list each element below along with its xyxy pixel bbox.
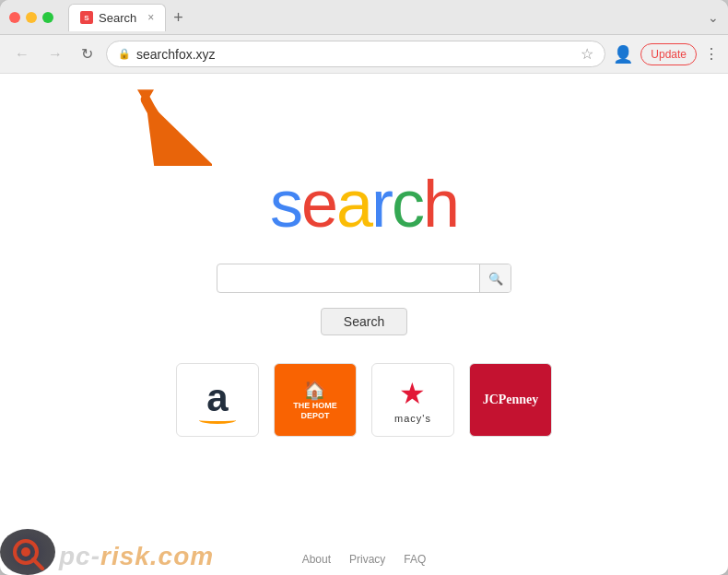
browser-window: S Search × + ⌄ ← → ↻ 🔒 ☆ 👤 Update ⋮ xyxy=(0,0,728,575)
search-icon-button[interactable]: 🔍 xyxy=(479,264,511,293)
shortcut-homedepot[interactable]: 🏠 THE HOME DEPOT xyxy=(274,363,357,437)
logo-e: e xyxy=(301,167,336,241)
jcpenney-logo: JCPenney xyxy=(483,393,539,407)
bookmark-button[interactable]: ☆ xyxy=(581,45,593,63)
arrow-svg xyxy=(129,83,212,166)
toolbar: ← → ↻ 🔒 ☆ 👤 Update ⋮ xyxy=(0,35,728,74)
footer-privacy[interactable]: Privacy xyxy=(349,553,385,566)
tab-favicon: S xyxy=(80,11,93,24)
tab-close-button[interactable]: × xyxy=(147,11,154,24)
minimize-button[interactable] xyxy=(26,12,37,23)
watermark-colored: risk.com xyxy=(100,542,214,570)
active-tab[interactable]: S Search × xyxy=(68,4,166,31)
watermark: pc-risk.com xyxy=(0,529,214,575)
update-button[interactable]: Update xyxy=(640,43,697,65)
footer-about[interactable]: About xyxy=(302,553,331,566)
address-bar[interactable] xyxy=(136,47,575,62)
search-content: search 🔍 Search a 🏠 xyxy=(176,166,552,437)
logo-s: s xyxy=(270,167,301,241)
window-controls xyxy=(9,12,53,23)
tab-title: Search xyxy=(99,11,136,25)
watermark-text: pc-risk.com xyxy=(59,542,214,571)
shortcut-jcpenney[interactable]: JCPenney xyxy=(469,363,552,437)
title-bar: S Search × + ⌄ xyxy=(0,0,728,35)
menu-button[interactable]: ⋮ xyxy=(704,45,719,63)
forward-button[interactable]: → xyxy=(42,42,68,66)
macys-logo: ★ macy's xyxy=(394,376,431,424)
close-button[interactable] xyxy=(9,12,20,23)
shortcut-amazon[interactable]: a xyxy=(176,363,259,437)
logo-c: c xyxy=(392,167,423,241)
tab-area: S Search × + xyxy=(68,4,700,31)
maximize-button[interactable] xyxy=(42,12,53,23)
footer-faq[interactable]: FAQ xyxy=(404,553,426,566)
arrow-indicator xyxy=(129,83,212,170)
svg-line-4 xyxy=(33,559,42,569)
macys-text: macy's xyxy=(394,413,431,424)
shortcuts-row: a 🏠 THE HOME DEPOT ★ macy' xyxy=(176,363,552,437)
chevron-button[interactable]: ⌄ xyxy=(708,10,719,25)
lock-icon: 🔒 xyxy=(118,48,131,60)
logo-h: h xyxy=(423,167,458,241)
amazon-arrow xyxy=(199,417,236,424)
shortcut-macys[interactable]: ★ macy's xyxy=(371,363,454,437)
content-area: search 🔍 Search a 🏠 xyxy=(0,74,728,575)
logo-r: r xyxy=(371,167,392,241)
search-input[interactable] xyxy=(217,271,479,286)
address-bar-container: 🔒 ☆ xyxy=(106,41,605,67)
profile-button[interactable]: 👤 xyxy=(613,44,633,65)
search-logo: search xyxy=(270,166,458,241)
footer-links: About Privacy FAQ xyxy=(302,553,427,566)
back-button[interactable]: ← xyxy=(9,42,35,66)
search-button[interactable]: Search xyxy=(321,308,407,335)
watermark-logo xyxy=(0,529,55,575)
homedepot-logo: 🏠 THE HOME DEPOT xyxy=(293,379,337,421)
new-tab-button[interactable]: + xyxy=(166,9,191,26)
search-input-row: 🔍 xyxy=(217,264,511,293)
refresh-button[interactable]: ↻ xyxy=(76,41,99,66)
logo-a: a xyxy=(336,167,371,241)
svg-point-3 xyxy=(21,547,30,557)
macys-star: ★ xyxy=(399,376,426,411)
amazon-logo: a xyxy=(199,376,236,424)
